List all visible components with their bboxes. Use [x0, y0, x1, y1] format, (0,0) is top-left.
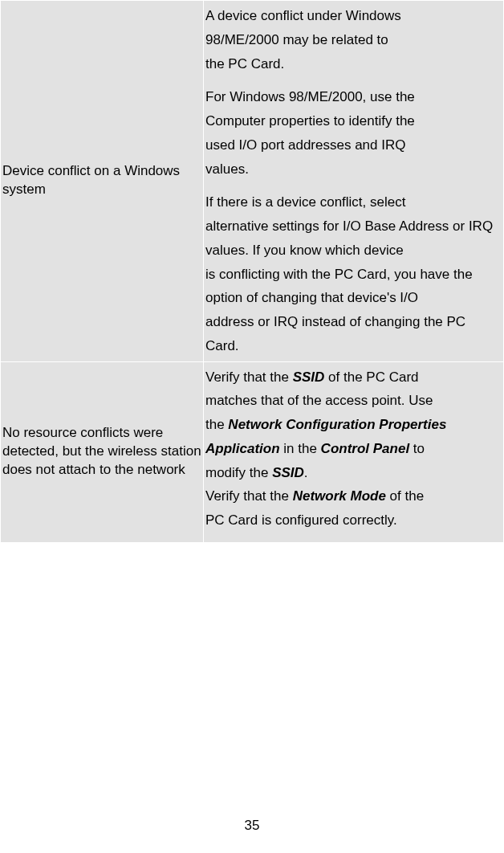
table-row: No resource conflicts were detected, but…	[1, 361, 504, 542]
text-line: the Network Configuration Properties	[205, 413, 502, 437]
text-line: address or IRQ instead of changing the P…	[205, 310, 502, 358]
emphasis-application: Application	[205, 441, 280, 456]
troubleshooting-table: Device conflict on a Windows system A de…	[0, 0, 504, 543]
text-segment: in the	[280, 441, 321, 456]
spacer	[205, 76, 502, 85]
spacer	[205, 181, 502, 190]
text-segment: Verify that the	[205, 369, 293, 385]
text-line: Verify that the Network Mode of the	[205, 484, 502, 508]
text-line: For Windows 98/ME/2000, use the	[205, 85, 502, 109]
text-line: matches that of the access point. Use	[205, 389, 502, 413]
page-number: 35	[0, 818, 504, 834]
emphasis-network-config: Network Configuration Properties	[228, 417, 446, 432]
text-line: 98/ME/2000 may be related to	[205, 28, 502, 52]
text-segment: the	[205, 417, 228, 432]
text-segment: .	[304, 465, 308, 480]
text-line: values.	[205, 157, 502, 182]
row-label: Device conflict on a Windows system	[1, 1, 204, 362]
text-line: If there is a device conflict, select	[205, 190, 502, 214]
text-line: is conflicting with the PC Card, you hav…	[205, 263, 502, 311]
text-segment: of the	[386, 488, 424, 504]
text-segment: of the PC Card	[324, 369, 418, 385]
text-line: the PC Card.	[205, 52, 502, 76]
emphasis-ssid: SSID	[272, 465, 304, 480]
text-segment: Verify that the	[205, 488, 293, 504]
text-segment: modify the	[205, 465, 272, 480]
emphasis-network-mode: Network Mode	[293, 488, 386, 504]
text-line: used I/O port addresses and IRQ	[205, 133, 502, 157]
table-row: Device conflict on a Windows system A de…	[1, 1, 504, 362]
text-segment: to	[409, 441, 425, 456]
emphasis-control-panel: Control Panel	[321, 441, 410, 456]
text-line: PC Card is configured correctly.	[205, 508, 502, 533]
text-line: Application in the Control Panel to	[205, 437, 502, 461]
text-line: Verify that the SSID of the PC Card	[205, 365, 502, 390]
row-content: Verify that the SSID of the PC Card matc…	[204, 361, 504, 542]
emphasis-ssid: SSID	[293, 369, 325, 385]
text-line: alternative settings for I/O Base Addres…	[205, 214, 502, 263]
text-line: modify the SSID.	[205, 461, 502, 485]
row-content: A device conflict under Windows 98/ME/20…	[204, 1, 504, 362]
text-line: A device conflict under Windows	[205, 4, 502, 28]
text-line: Computer properties to identify the	[205, 109, 502, 133]
row-label: No resource conflicts were detected, but…	[1, 361, 204, 542]
